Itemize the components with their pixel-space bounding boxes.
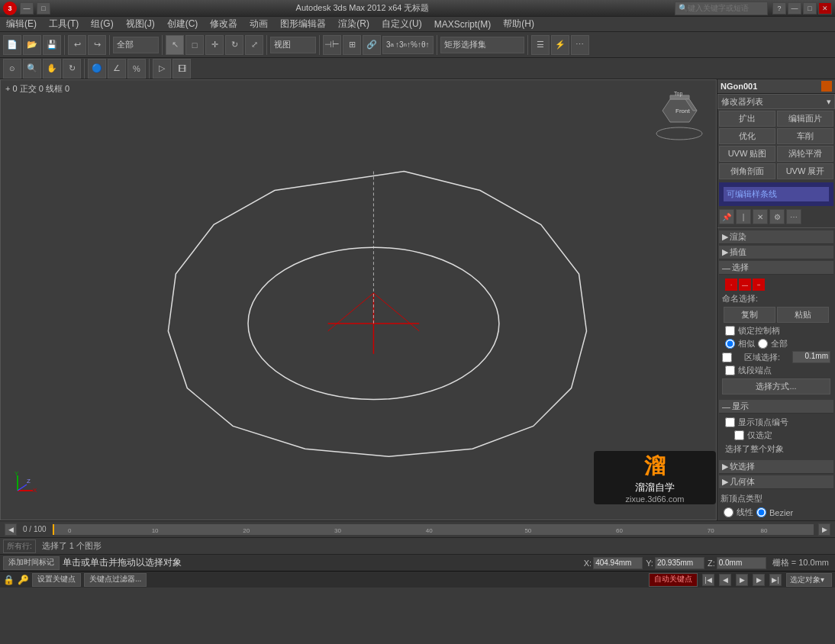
y-value[interactable]: 20.935mm xyxy=(655,557,704,569)
z-value[interactable]: 0.0mm xyxy=(717,557,766,569)
area-val[interactable]: 0.1mm xyxy=(792,351,830,363)
select-all-dropdown[interactable]: 全部 xyxy=(113,37,159,53)
nurbs-btn[interactable]: 涡轮平滑 xyxy=(777,146,833,162)
filter-key-btn[interactable]: 关键点过滤器... xyxy=(84,573,147,587)
spline-icon[interactable]: ~ xyxy=(753,279,765,291)
uvw-map-btn[interactable]: UVW 贴图 xyxy=(719,146,775,162)
percent-snap-btn[interactable]: % xyxy=(127,59,146,79)
auto-key-btn[interactable]: 自动关键点 xyxy=(649,573,698,587)
interpolation-header[interactable]: ▶ 插值 xyxy=(719,246,833,259)
render-setup[interactable]: 🎞 xyxy=(172,59,191,79)
display-header[interactable]: — 显示 xyxy=(719,400,833,414)
bezier-radio[interactable] xyxy=(756,507,766,517)
redo-btn[interactable]: ↪ xyxy=(88,35,106,55)
area-select-checkbox[interactable] xyxy=(722,353,732,362)
minimize-btn[interactable]: — xyxy=(20,2,34,14)
lock-handles-checkbox[interactable] xyxy=(725,326,735,336)
snap-toggle[interactable]: 🔗 xyxy=(363,35,381,55)
radio-similar[interactable] xyxy=(725,339,735,349)
close-btn[interactable]: ✕ xyxy=(818,2,832,14)
ribbon-btn[interactable]: ⚡ xyxy=(551,35,569,55)
show-selected-checkbox[interactable] xyxy=(734,430,744,440)
rotate-tool[interactable]: ↻ xyxy=(225,35,243,55)
search-input[interactable] xyxy=(688,4,764,12)
render-header[interactable]: ▶ 渲染 xyxy=(719,230,833,244)
open-btn[interactable]: 📂 xyxy=(23,35,41,55)
select-tool[interactable]: ↖ xyxy=(166,35,184,55)
soft-sel-header[interactable]: ▶ 软选择 xyxy=(719,460,833,474)
menu-tools[interactable]: 工具(T) xyxy=(43,16,85,32)
angle-snap-btn[interactable]: ∠ xyxy=(108,59,126,79)
optimize-btn[interactable]: 优化 xyxy=(719,128,775,144)
select-mode-btn[interactable]: 选择方式... xyxy=(722,378,830,394)
remove-icon[interactable]: ✕ xyxy=(753,209,768,224)
config-icon[interactable]: ⚙ xyxy=(769,209,785,224)
menu-customize[interactable]: 自定义(U) xyxy=(376,16,428,32)
render-quick[interactable]: ▷ xyxy=(153,59,171,79)
geometry-header[interactable]: ▶ 几何体 xyxy=(719,475,833,489)
extrude-btn[interactable]: 扩出 xyxy=(719,111,775,127)
perspective-btn[interactable]: ⊙ xyxy=(3,59,21,79)
copy-btn[interactable]: 复制 xyxy=(724,307,775,323)
menu-view[interactable]: 视图(J) xyxy=(120,16,161,32)
menu-group[interactable]: 组(G) xyxy=(85,16,119,32)
bevel-btn[interactable]: 编辑面片 xyxy=(777,111,833,127)
lathe-btn[interactable]: 车削 xyxy=(777,128,833,144)
menu-create[interactable]: 创建(C) xyxy=(161,16,205,32)
show-vert-num-checkbox[interactable] xyxy=(725,417,735,427)
new-btn[interactable]: 📄 xyxy=(3,35,21,55)
play-btn[interactable]: ▶ xyxy=(736,574,748,586)
go-start-btn[interactable]: |◀ xyxy=(702,574,714,586)
selected-set-dropdown[interactable]: 选定对象 ▾ xyxy=(786,573,832,587)
menu-rendering[interactable]: 渲染(R) xyxy=(332,16,376,32)
maximize-btn[interactable]: □ xyxy=(803,2,817,14)
next-frame-btn[interactable]: ▶ xyxy=(753,574,765,586)
linear-radio[interactable] xyxy=(724,507,733,517)
select-region-tool[interactable]: □ xyxy=(185,35,204,55)
channel-icon[interactable]: | xyxy=(736,209,751,224)
paste-btn[interactable]: 粘贴 xyxy=(777,307,829,323)
timeline-arrow-right[interactable]: ▶ xyxy=(818,523,830,536)
undo-btn[interactable]: ↩ xyxy=(68,35,86,55)
orbit-btn[interactable]: ↻ xyxy=(63,59,81,79)
x-value[interactable]: 404.94mm xyxy=(593,557,643,569)
pin-stack-icon[interactable]: 📌 xyxy=(719,209,734,224)
array-btn[interactable]: ⊞ xyxy=(343,35,361,55)
go-end-btn[interactable]: ▶| xyxy=(769,574,782,586)
menu-edit[interactable]: 编辑(E) xyxy=(0,16,43,32)
help-btn[interactable]: ? xyxy=(772,2,786,14)
scale-tool[interactable]: ⤢ xyxy=(245,35,263,55)
pan-btn[interactable]: ✋ xyxy=(43,59,61,79)
more-btn[interactable]: ⋯ xyxy=(571,35,589,55)
selection-header[interactable]: — 选择 xyxy=(719,261,833,275)
save-btn[interactable]: 💾 xyxy=(43,35,61,55)
minimize-btn2[interactable]: — xyxy=(788,2,801,14)
active-modifier[interactable]: 可编辑样条线 xyxy=(724,187,829,201)
modifier-list-dropdown[interactable]: 修改器列表 ▾ xyxy=(717,94,835,109)
menu-modifiers[interactable]: 修改器 xyxy=(204,16,243,32)
menu-graph-editors[interactable]: 图形编辑器 xyxy=(274,16,332,32)
prev-frame-btn[interactable]: ◀ xyxy=(719,574,731,586)
uvw-unwrap-btn[interactable]: UVW 展开 xyxy=(777,163,833,179)
modifier-stack[interactable]: 可编辑样条线 xyxy=(719,182,833,206)
view-dropdown[interactable]: 视图 xyxy=(270,37,316,53)
segment-icon[interactable]: — xyxy=(739,279,751,291)
viewport[interactable]: + 0 正交 0 线框 0 Front Top xyxy=(0,79,717,520)
menu-help[interactable]: 帮助(H) xyxy=(497,16,540,32)
add-time-marker-btn[interactable]: 添加时间标记 xyxy=(3,556,60,570)
move-tool[interactable]: ✛ xyxy=(205,35,224,55)
menu-maxscript[interactable]: MAXScript(M) xyxy=(428,18,498,31)
timeline-track[interactable]: 0 10 20 30 40 50 60 70 80 xyxy=(53,524,814,535)
vertex-icon[interactable]: · xyxy=(725,279,737,291)
timeline-arrow-left[interactable]: ◀ xyxy=(5,523,17,536)
menu-animation[interactable]: 动画 xyxy=(243,16,274,32)
layer-btn[interactable]: ☰ xyxy=(531,35,550,55)
set-key-btn[interactable]: 设置关键点 xyxy=(32,573,81,587)
named-selection-dropdown[interactable]: 矩形选择集 xyxy=(440,37,524,53)
restore-btn[interactable]: □ xyxy=(37,2,50,14)
mirror-btn[interactable]: ⊣⊢ xyxy=(323,35,341,55)
seg-end-checkbox[interactable] xyxy=(725,365,735,375)
radio-all[interactable] xyxy=(758,339,768,349)
more-stack-icon[interactable]: ⋯ xyxy=(786,209,801,224)
object-color-swatch[interactable] xyxy=(821,81,832,92)
